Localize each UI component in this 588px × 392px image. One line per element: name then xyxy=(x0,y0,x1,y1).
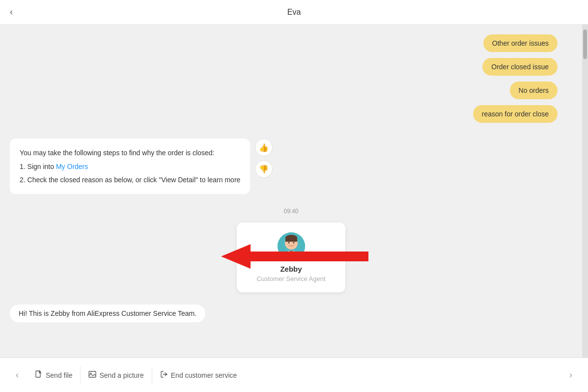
user-messages: Other order issues Order closed issue No… xyxy=(10,34,572,129)
bot-line1: You may take the following steps to find… xyxy=(20,147,240,158)
user-bubble-2: Order closed issue xyxy=(482,58,558,76)
agent-role: Customer Service Agent xyxy=(256,275,325,282)
send-picture-button[interactable]: Send a picture xyxy=(81,366,152,384)
timestamp: 09:40 xyxy=(10,208,572,215)
svg-rect-9 xyxy=(89,371,96,377)
red-arrow xyxy=(221,242,368,273)
chevron-left-icon: ‹ xyxy=(16,370,19,380)
chat-container: Other order issues Order closed issue No… xyxy=(0,25,588,358)
greeting-area: Hi! This is Zebby from AliExpress Custom… xyxy=(10,300,572,322)
my-orders-link[interactable]: My Orders xyxy=(56,163,88,170)
page-title: Eva xyxy=(287,8,301,17)
scrollbar-track[interactable] xyxy=(582,25,588,358)
image-icon xyxy=(88,370,96,380)
feedback-buttons: 👍 👎 xyxy=(255,139,273,178)
bot-line3: 2. Check the closed reason as below, or … xyxy=(20,174,240,185)
user-bubble-3: No orders xyxy=(510,82,558,99)
end-service-button[interactable]: End customer service xyxy=(152,366,245,384)
nav-right-button[interactable]: › xyxy=(563,368,578,383)
greeting-message: Hi! This is Zebby from AliExpress Custom… xyxy=(10,305,205,322)
back-button[interactable]: ‹ xyxy=(10,7,13,17)
svg-marker-7 xyxy=(221,244,368,269)
bottom-toolbar: ‹ Send file Send a picture xyxy=(0,358,588,392)
thumbs-up-button[interactable]: 👍 xyxy=(255,139,273,156)
nav-left-button[interactable]: ‹ xyxy=(10,368,25,383)
scrollbar-thumb[interactable] xyxy=(583,29,587,59)
header: ‹ Eva xyxy=(0,0,588,25)
chevron-right-icon: › xyxy=(569,370,572,380)
send-picture-label: Send a picture xyxy=(99,371,143,379)
user-bubble-1: Other order issues xyxy=(483,34,558,52)
user-bubble-4: reason for order close xyxy=(473,105,558,123)
exit-icon xyxy=(160,370,168,380)
send-file-label: Send file xyxy=(46,371,72,379)
bot-line2: 1. Sign into My Orders xyxy=(20,161,240,172)
send-file-button[interactable]: Send file xyxy=(27,366,81,384)
file-icon xyxy=(35,370,43,380)
chat-messages: Other order issues Order closed issue No… xyxy=(0,25,582,358)
thumbs-down-button[interactable]: 👎 xyxy=(255,160,273,178)
thumbs-down-icon: 👎 xyxy=(259,165,269,174)
end-service-label: End customer service xyxy=(171,371,237,379)
svg-rect-3 xyxy=(285,238,297,242)
thumbs-up-icon: 👍 xyxy=(259,143,269,152)
bot-message: You may take the following steps to find… xyxy=(10,139,250,194)
agent-card-area: Zebby Customer Service Agent xyxy=(10,223,572,292)
